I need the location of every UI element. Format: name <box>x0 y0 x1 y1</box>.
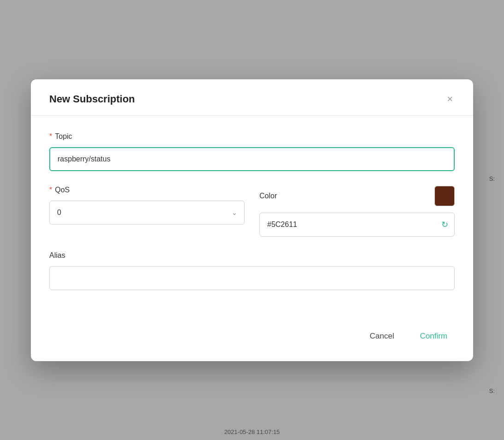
cancel-button[interactable]: Cancel <box>363 328 402 345</box>
modal-header: New Subscription × <box>31 79 473 116</box>
qos-required-star: * <box>49 186 52 194</box>
alias-label: Alias <box>49 251 455 260</box>
color-input[interactable] <box>259 213 455 237</box>
qos-label-text: QoS <box>55 186 70 194</box>
topic-label: * Topic <box>49 132 455 141</box>
topic-group: * Topic <box>49 132 455 171</box>
alias-label-text: Alias <box>49 251 65 260</box>
color-label: Color <box>259 192 277 200</box>
color-label-text: Color <box>259 192 277 200</box>
color-input-wrapper: ↻ <box>259 213 455 237</box>
new-subscription-modal: New Subscription × * Topic * QoS 0 <box>31 79 473 361</box>
color-label-row: Color <box>259 186 455 206</box>
qos-color-row: * QoS 0 1 2 ⌄ Color <box>49 186 455 237</box>
topic-required-star: * <box>49 132 52 141</box>
color-group: Color ↻ <box>259 186 455 237</box>
color-swatch-button[interactable] <box>434 186 455 206</box>
qos-select-wrapper: 0 1 2 ⌄ <box>49 201 245 225</box>
modal-title: New Subscription <box>49 93 135 105</box>
qos-group: * QoS 0 1 2 ⌄ <box>49 186 245 237</box>
close-button[interactable]: × <box>445 92 455 106</box>
qos-select[interactable]: 0 1 2 <box>49 201 245 225</box>
alias-group: Alias <box>49 251 455 290</box>
qos-label: * QoS <box>49 186 245 194</box>
modal-footer: Cancel Confirm <box>31 319 473 361</box>
topic-input[interactable] <box>49 147 455 171</box>
confirm-button[interactable]: Confirm <box>412 328 455 345</box>
alias-input[interactable] <box>49 266 455 290</box>
topic-label-text: Topic <box>55 132 72 141</box>
color-refresh-icon[interactable]: ↻ <box>441 220 448 230</box>
modal-body: * Topic * QoS 0 1 2 ⌄ <box>31 116 473 319</box>
